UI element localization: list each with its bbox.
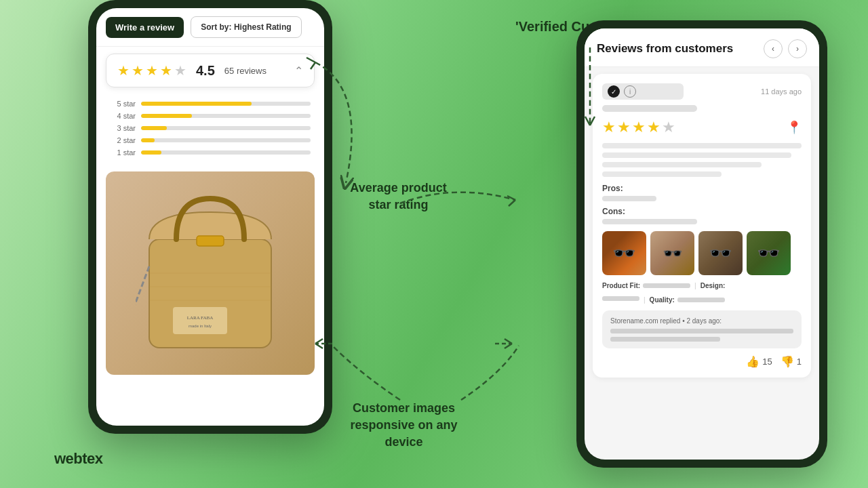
rating-summary: ★ ★ ★ ★ ★ 4.5 65 reviews ⌃ — [106, 54, 315, 87]
attr-separator-2: | — [644, 296, 646, 304]
review-star-5-empty: ★ — [662, 119, 675, 136]
breakdown-row-1: 1 star — [110, 148, 311, 157]
customer-image-4[interactable]: 🕶️ — [747, 231, 791, 275]
review-star-2: ★ — [617, 119, 631, 136]
store-reply-header: Storename.com replied • 2 days ago: — [610, 317, 793, 325]
design-bar — [602, 296, 639, 301]
breakdown-label-5: 5 star — [110, 100, 136, 108]
helpful-thumbs-down[interactable]: 👎 1 — [781, 355, 802, 368]
breakdown-bar-bg-1 — [141, 150, 311, 155]
product-fit-bar — [643, 283, 690, 288]
breakdown-label-2: 2 star — [110, 136, 136, 144]
breakdown-label-1: 1 star — [110, 148, 136, 157]
breakdown-row-3: 3 star — [110, 124, 311, 132]
sort-value: Highest Rating — [234, 22, 292, 32]
info-icon[interactable]: i — [624, 85, 636, 98]
star-breakdown: 5 star 4 star 3 star 2 star — [96, 94, 324, 166]
annotation-rating: Average product star rating — [342, 180, 454, 214]
breakdown-row-2: 2 star — [110, 136, 311, 144]
sort-button[interactable]: Sort by: Highest Rating — [191, 16, 301, 38]
annotation-images: Customer images responsive on any device — [331, 400, 477, 451]
verified-check-icon: ✓ — [608, 85, 620, 98]
review-stars: ★ ★ ★ ★ ★ — [602, 119, 675, 136]
customer-image-2[interactable]: 🕶️ — [650, 231, 694, 275]
customer-images: 🕶️ 🕶️ 🕶️ 🕶️ — [602, 231, 802, 275]
helpful-row: 👍 15 👎 1 — [602, 355, 802, 368]
star-1: ★ — [117, 62, 130, 79]
breakdown-bar-fill-5 — [141, 102, 252, 106]
customer-image-1[interactable]: 🕶️ — [602, 231, 646, 275]
helpful-thumbs-up[interactable]: 👍 15 — [746, 355, 772, 368]
store-reply-bar-2 — [610, 337, 720, 342]
thumbs-up-icon: 👍 — [746, 355, 760, 368]
star-3: ★ — [146, 62, 158, 79]
reviews-header: Reviews from customers ‹ › — [585, 28, 819, 67]
next-arrow-button[interactable]: › — [788, 39, 807, 58]
breakdown-row-5: 5 star — [110, 100, 311, 108]
reviewer-name-placeholder — [602, 105, 697, 112]
thumbs-down-icon: 👎 — [781, 355, 794, 368]
left-phone-mockup: Write a review Sort by: Highest Rating ★… — [88, 0, 332, 434]
rating-score: 4.5 — [196, 63, 215, 79]
review-star-1: ★ — [602, 119, 616, 136]
helpful-count: 15 — [762, 357, 772, 367]
review-text-bar-3 — [602, 162, 762, 167]
customer-image-3[interactable]: 🕶️ — [698, 231, 743, 275]
expand-arrow-icon[interactable]: ⌃ — [294, 64, 303, 77]
unhelpful-count: 1 — [797, 357, 802, 367]
breakdown-bar-fill-3 — [141, 126, 167, 130]
verified-badge-row: ✓ i 11 days ago — [602, 83, 802, 100]
write-review-button[interactable]: Write a review — [106, 17, 184, 38]
quality-attr: Quality: — [650, 296, 725, 304]
review-text-bar-4 — [602, 171, 722, 177]
verified-badge: ✓ i — [602, 83, 684, 100]
review-text-bar-2 — [602, 152, 791, 158]
breakdown-row-4: 4 star — [110, 112, 311, 120]
star-5-empty: ★ — [174, 62, 186, 79]
product-image-area: LARA FABA made in Italy — [106, 171, 315, 375]
breakdown-bar-bg-2 — [141, 138, 311, 142]
reviews-count: 65 reviews — [224, 66, 267, 76]
reviews-title: Reviews from customers — [597, 42, 733, 56]
cons-label: Cons: — [602, 207, 802, 216]
review-text-bar-1 — [602, 143, 802, 148]
attributes-row-2: | Quality: — [602, 296, 802, 304]
attributes-row: Product Fit: | Design: — [602, 282, 802, 289]
design-label: Design: — [701, 282, 726, 289]
breakdown-label-3: 3 star — [110, 124, 136, 132]
svg-text:LARA FABA: LARA FABA — [187, 315, 214, 321]
review-card: ✓ i 11 days ago ★ ★ ★ ★ ★ 📍 — [593, 74, 811, 378]
product-fit-label: Product Fit: — [602, 282, 640, 289]
prev-arrow-button[interactable]: ‹ — [764, 39, 783, 58]
left-phone-header: Write a review Sort by: Highest Rating — [96, 8, 324, 47]
breakdown-bar-bg-5 — [141, 102, 311, 106]
breakdown-bar-fill-4 — [141, 114, 192, 118]
breakdown-bar-bg-3 — [141, 126, 311, 130]
product-fit-attr: Product Fit: — [602, 282, 690, 289]
quality-label: Quality: — [650, 296, 675, 304]
breakdown-bar-fill-2 — [141, 138, 155, 142]
breakdown-bar-bg-4 — [141, 114, 311, 118]
design-attr: Design: — [701, 282, 726, 289]
svg-line-2 — [136, 266, 149, 321]
review-star-4: ★ — [647, 119, 660, 136]
nav-arrows: ‹ › — [764, 39, 807, 58]
store-reply: Storename.com replied • 2 days ago: — [602, 310, 802, 348]
star-4: ★ — [160, 62, 172, 79]
cons-bar — [602, 219, 697, 224]
pros-cons-section: Pros: Cons: — [602, 184, 802, 224]
svg-rect-4 — [173, 307, 227, 334]
pros-bar — [602, 196, 656, 201]
store-reply-bar-1 — [610, 329, 793, 333]
location-pin-icon: 📍 — [787, 120, 802, 135]
breakdown-label-4: 4 star — [110, 112, 136, 120]
svg-text:made in Italy: made in Italy — [189, 324, 212, 328]
review-stars-row: ★ ★ ★ ★ ★ 📍 — [602, 119, 802, 136]
breakdown-bar-fill-1 — [141, 150, 161, 155]
svg-rect-3 — [197, 236, 224, 246]
handbag-illustration: LARA FABA made in Italy — [136, 185, 285, 361]
sort-label: Sort by: — [201, 22, 231, 32]
stars-row: ★ ★ ★ ★ ★ — [117, 62, 186, 79]
quality-bar — [677, 298, 725, 302]
webtex-logo: webtex — [54, 450, 103, 468]
